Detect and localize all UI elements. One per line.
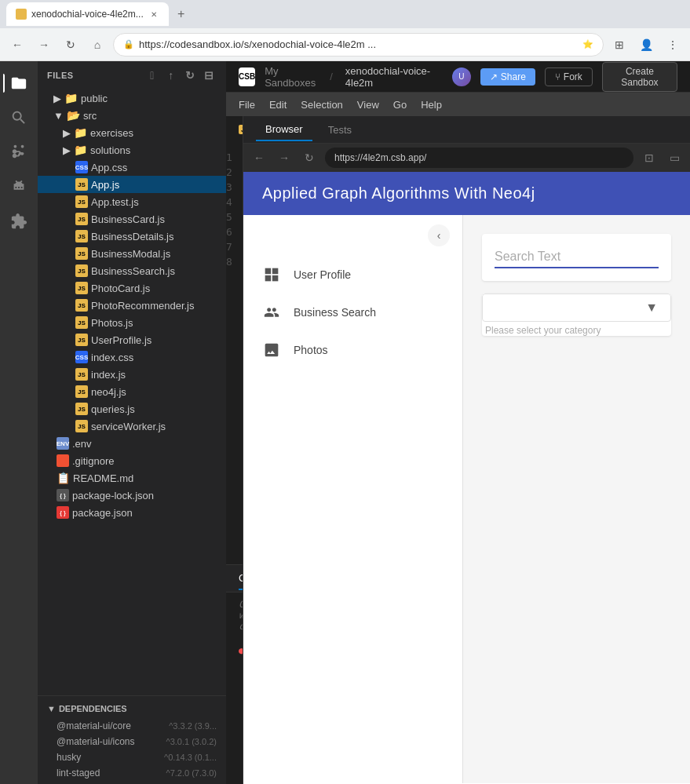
- forward-button[interactable]: →: [33, 34, 55, 56]
- search-container: [482, 234, 671, 281]
- preview-open-new-btn[interactable]: ▭: [665, 148, 684, 167]
- browser-toolbar: ← → ↻ ⌂ 🔒 https://codesandbox.io/s/xenod…: [0, 28, 690, 61]
- file-app-css[interactable]: CSS App.css: [38, 159, 226, 176]
- share-button[interactable]: ↗ Share: [480, 68, 535, 86]
- file-photos-js[interactable]: JS Photos.js: [38, 314, 226, 331]
- svg-rect-3: [272, 275, 279, 282]
- files-title: Files: [47, 71, 74, 80]
- preview-back-btn[interactable]: ←: [250, 148, 268, 167]
- file-label-userprofile-js: UserProfile.js: [91, 334, 152, 346]
- file-businesscard-js[interactable]: JS BusinessCard.js: [38, 210, 226, 228]
- file-index-js[interactable]: JS index.js: [38, 366, 226, 383]
- svg-rect-2: [265, 275, 272, 282]
- new-folder-icon[interactable]: ↑: [163, 67, 179, 83]
- folder-icon-solutions: 📁: [74, 144, 87, 156]
- menu-go[interactable]: Go: [387, 96, 413, 114]
- settings-icon[interactable]: ⋮: [662, 34, 684, 56]
- tests-tab[interactable]: Tests: [319, 119, 361, 140]
- file-neo4j-js[interactable]: JS neo4j.js: [38, 383, 226, 400]
- preview-url-bar[interactable]: https://4le2m.csb.app/: [325, 148, 633, 168]
- editor-content[interactable]: 1 2 3 4 5 6 7 8 import React, { Componen…: [226, 144, 243, 564]
- menu-selection[interactable]: Selection: [294, 96, 349, 114]
- activity-extensions[interactable]: [3, 206, 35, 237]
- create-sandbox-button[interactable]: Create Sandbox: [602, 62, 677, 92]
- file-label-neo4j-js: neo4j.js: [91, 386, 126, 398]
- file-readme-md[interactable]: 📋 README.md: [38, 469, 226, 487]
- activity-search[interactable]: [3, 102, 35, 133]
- bookmark-icon[interactable]: ⭐: [582, 39, 593, 49]
- nav-item-photos[interactable]: Photos: [243, 331, 462, 369]
- file-icon-app-js: JS: [75, 178, 88, 191]
- file-businesssearch-js[interactable]: JS BusinessSearch.js: [38, 262, 226, 279]
- reload-button[interactable]: ↻: [60, 34, 82, 56]
- file-label-businesscard-js: BusinessCard.js: [91, 213, 165, 225]
- preview-refresh-btn[interactable]: ↻: [300, 148, 319, 167]
- browser-preview: Applied Graph Algorithms With Neo4j ‹: [243, 172, 690, 784]
- folder-exercises[interactable]: ▶ 📁 exercises: [38, 124, 226, 141]
- file-gitignore[interactable]: ⬡ .gitignore: [38, 452, 226, 469]
- category-select[interactable]: [495, 301, 645, 314]
- file-businessdetails-js[interactable]: JS BusinessDetails.js: [38, 228, 226, 245]
- fork-button[interactable]: ⑂ Fork: [545, 67, 593, 86]
- menu-help[interactable]: Help: [414, 96, 448, 114]
- nav-item-user-profile[interactable]: User Profile: [243, 256, 462, 294]
- file-env[interactable]: ENV .env: [38, 435, 226, 452]
- folder-solutions[interactable]: ▶ 📁 solutions: [38, 141, 226, 159]
- back-button[interactable]: ←: [6, 34, 28, 56]
- menu-edit[interactable]: Edit: [263, 96, 293, 114]
- file-icon-photos-js: JS: [75, 316, 88, 329]
- activity-bar: [0, 61, 38, 784]
- file-serviceworker-js[interactable]: JS serviceWorker.js: [38, 418, 226, 435]
- dependencies-header[interactable]: ▼ Dependencies: [38, 699, 226, 718]
- file-app-js[interactable]: JS App.js: [38, 176, 226, 193]
- file-package-lock-json[interactable]: { } package-lock.json: [38, 487, 226, 504]
- menu-file[interactable]: File: [232, 96, 261, 114]
- folder-src[interactable]: ▼ 📂 src: [38, 107, 226, 124]
- app-main: ‹ User Profile: [243, 215, 690, 783]
- preview-forward-btn[interactable]: →: [275, 148, 294, 167]
- folder-public[interactable]: ▶ 📁 public: [38, 89, 226, 107]
- files-section-header: Files  ↑ ↻ ⊟: [38, 61, 226, 89]
- profile-icon[interactable]: 👤: [635, 34, 657, 56]
- file-package-json[interactable]: { } package.json: [38, 504, 226, 521]
- tab-close-btn[interactable]: ✕: [148, 9, 159, 20]
- file-label-queries-js: queries.js: [91, 403, 135, 415]
- file-label-serviceworker-js: serviceWorker.js: [91, 421, 166, 432]
- file-queries-js[interactable]: JS queries.js: [38, 400, 226, 418]
- csb-user-avatar: U: [452, 67, 471, 86]
- file-icon-serviceworker-js: JS: [75, 420, 88, 432]
- browser-tab[interactable]: Browser: [256, 119, 312, 141]
- file-photocard-js[interactable]: JS PhotoCard.js: [38, 279, 226, 297]
- menu-view[interactable]: View: [351, 96, 385, 114]
- nav-item-business-search[interactable]: Business Search: [243, 294, 462, 331]
- file-index-css[interactable]: CSS index.css: [38, 348, 226, 366]
- file-businessmodal-js[interactable]: JS BusinessModal.js: [38, 245, 226, 262]
- file-userprofile-js[interactable]: JS UserProfile.js: [38, 331, 226, 348]
- home-button[interactable]: ⌂: [86, 34, 108, 56]
- bottom-panel: Console 0 Problems 15 React DevTools 0: [226, 564, 243, 784]
- app-sidebar-header: ‹: [243, 215, 462, 256]
- search-text-input[interactable]: [495, 246, 659, 268]
- new-tab-button[interactable]: +: [172, 5, 191, 24]
- file-app-test-js[interactable]: JS App.test.js: [38, 193, 226, 210]
- file-label-photocard-js: PhotoCard.js: [91, 283, 150, 294]
- category-hint: Please select your category: [482, 325, 671, 336]
- sidebar-collapse-btn[interactable]: ‹: [428, 224, 450, 246]
- tab-app-js[interactable]: JS App.js ✕: [226, 116, 243, 143]
- extensions-icon[interactable]: ⊞: [608, 34, 630, 56]
- file-label-gitignore: .gitignore: [72, 455, 114, 467]
- dep-version-husky: ^0.14.3 (0.1...: [164, 753, 217, 762]
- activity-scm[interactable]: [3, 137, 35, 168]
- folder-arrow: ▶: [53, 93, 61, 104]
- address-bar[interactable]: 🔒 https://codesandbox.io/s/xenodochial-v…: [113, 33, 604, 57]
- active-tab[interactable]: xenodochial-voice-4le2m... ✕: [6, 2, 169, 26]
- csb-my-sandboxes[interactable]: My Sandboxes: [265, 65, 317, 89]
- refresh-explorer-icon[interactable]: ↻: [182, 67, 198, 83]
- csb-sandbox-name[interactable]: xenodochial-voice-4le2m: [345, 65, 433, 89]
- preview-expand-btn[interactable]: ⊡: [640, 148, 659, 167]
- activity-debug[interactable]: [3, 171, 35, 202]
- new-file-icon[interactable]: : [144, 67, 160, 83]
- collapse-explorer-icon[interactable]: ⊟: [201, 67, 217, 83]
- file-photorecommender-js[interactable]: JS PhotoRecommender.js: [38, 297, 226, 314]
- activity-explorer[interactable]: [3, 67, 35, 99]
